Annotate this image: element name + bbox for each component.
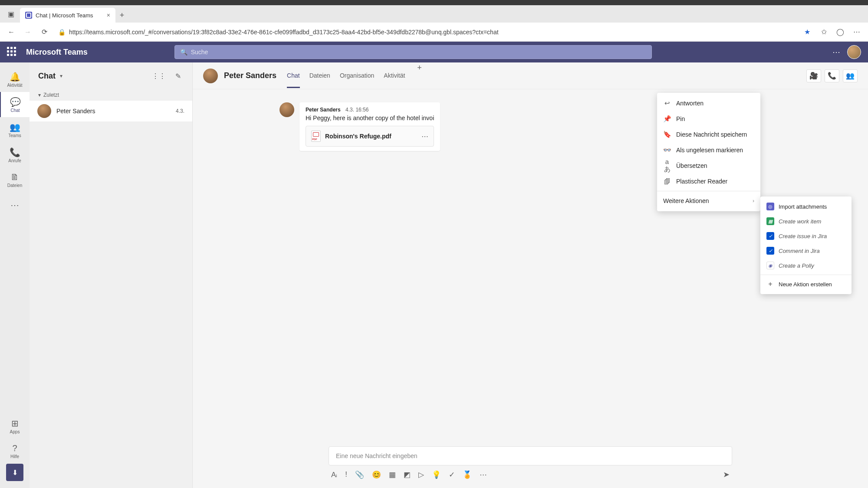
menu-translate[interactable]: aあÜbersetzen xyxy=(657,158,760,174)
rail-help[interactable]: ? Hilfe xyxy=(0,439,30,464)
add-tab-button[interactable]: + xyxy=(414,63,424,88)
filter-icon[interactable]: ⋮⋮ xyxy=(149,69,168,83)
favorite-star-icon[interactable]: ★ xyxy=(800,25,814,39)
rail-chat[interactable]: 💬 Chat xyxy=(0,92,30,117)
download-button[interactable]: ⬇ xyxy=(6,464,23,481)
rail-label: Dateien xyxy=(7,183,22,188)
app-rail: 🔔 Aktivität 💬 Chat 👥 Teams 📞 Anrufe 🗎 Da… xyxy=(0,62,30,488)
search-placeholder: Suche xyxy=(191,49,208,56)
submenu-create-polly[interactable]: ◉Create a Polly xyxy=(760,258,852,273)
browser-tab-strip: ▣ Chat | Microsoft Teams × + xyxy=(0,5,868,23)
menu-label: Neue Aktion erstellen xyxy=(779,281,832,288)
menu-reader[interactable]: 🗐Plastischer Reader xyxy=(657,174,760,189)
schedule-icon[interactable]: ▷ xyxy=(418,470,424,479)
conversation-pane: Peter Sanders Chat Dateien Organisation … xyxy=(193,62,868,488)
new-chat-icon[interactable]: ✎ xyxy=(173,69,184,83)
add-people-button[interactable]: 👥 xyxy=(843,69,858,82)
new-tab-button[interactable]: + xyxy=(115,9,128,22)
menu-reply[interactable]: ↩Antworten xyxy=(657,95,760,111)
chevron-down-icon: ▾ xyxy=(38,92,41,98)
reload-button[interactable]: ⟳ xyxy=(37,25,51,39)
phone-icon: 📞 xyxy=(10,147,20,157)
submenu-create-jira-issue[interactable]: ✓Create issue in Jira xyxy=(760,229,852,243)
teams-favicon-icon xyxy=(25,12,32,19)
avatar xyxy=(37,104,51,118)
tab-organisation[interactable]: Organisation xyxy=(340,63,374,88)
tab-files[interactable]: Dateien xyxy=(309,63,330,88)
rail-files[interactable]: 🗎 Dateien xyxy=(0,167,30,193)
compose-area: Eine neue Nachricht eingeben Aᵢ ! 📎 😊 ▦ … xyxy=(193,446,868,488)
format-icon[interactable]: Aᵢ xyxy=(331,470,337,479)
user-avatar[interactable] xyxy=(847,45,861,59)
plus-icon: + xyxy=(766,280,774,288)
menu-label: Import attachments xyxy=(779,203,827,210)
menu-label: Plastischer Reader xyxy=(676,178,727,185)
settings-menu-icon[interactable]: ⋯ xyxy=(832,47,840,57)
teams-icon: 👥 xyxy=(10,122,20,132)
message-bubble[interactable]: Peter Sanders 4.3. 16:56 Hi Peggy, here … xyxy=(299,102,440,151)
audio-call-button[interactable]: 📞 xyxy=(825,69,839,82)
tab-chat[interactable]: Chat xyxy=(287,63,300,88)
attachment-card[interactable]: Robinson's Refuge.pdf ⋯ xyxy=(306,126,434,147)
search-input[interactable]: 🔍 Suche xyxy=(174,45,652,59)
attach-icon[interactable]: 📎 xyxy=(355,470,364,479)
help-icon: ? xyxy=(12,443,17,453)
menu-more-actions[interactable]: Weitere Aktionen › xyxy=(657,193,760,209)
menu-label: Create work item xyxy=(779,218,821,225)
back-button[interactable]: ← xyxy=(4,25,18,39)
reply-icon: ↩ xyxy=(663,99,671,107)
priority-icon[interactable]: ! xyxy=(345,470,347,479)
submenu-import-attachments[interactable]: ◎Import attachments xyxy=(760,199,852,214)
favorites-icon[interactable]: ✩ xyxy=(817,25,831,39)
chat-section-header[interactable]: ▾ Zuletzt xyxy=(30,89,192,101)
bell-icon: 🔔 xyxy=(10,72,20,82)
tab-activity[interactable]: Aktivität xyxy=(384,63,405,88)
conversation-title: Peter Sanders xyxy=(224,71,276,80)
menu-unread[interactable]: 👓Als ungelesen markieren xyxy=(657,142,760,158)
stream-icon[interactable]: 💡 xyxy=(432,470,441,479)
approve-icon[interactable]: ✓ xyxy=(449,470,455,479)
emoji-icon[interactable]: 😊 xyxy=(372,470,381,479)
video-call-button[interactable]: 🎥 xyxy=(806,69,821,82)
close-tab-icon[interactable]: × xyxy=(107,12,110,19)
rail-more[interactable]: ⋯ xyxy=(0,193,30,218)
rail-label: Chat xyxy=(10,108,20,113)
menu-save[interactable]: 🔖Diese Nachricht speichern xyxy=(657,127,760,142)
chat-list-item[interactable]: Peter Sanders 4.3. xyxy=(30,101,192,121)
rail-calls[interactable]: 📞 Anrufe xyxy=(0,142,30,167)
rail-activity[interactable]: 🔔 Aktivität xyxy=(0,67,30,92)
attachment-more-icon[interactable]: ⋯ xyxy=(421,132,428,141)
submenu-create-work-item[interactable]: ▦Create work item xyxy=(760,214,852,229)
forward-button[interactable]: → xyxy=(21,25,35,39)
submenu-comment-jira[interactable]: ✓Comment in Jira xyxy=(760,243,852,258)
gif-icon[interactable]: ▦ xyxy=(389,470,396,479)
chat-item-name: Peter Sanders xyxy=(56,108,95,115)
profile-icon[interactable]: ◯ xyxy=(833,25,847,39)
message-context-menu: ↩Antworten 📌Pin 🔖Diese Nachricht speiche… xyxy=(657,93,760,211)
chevron-down-icon[interactable]: ▾ xyxy=(60,73,62,79)
menu-label: Antworten xyxy=(676,100,704,107)
tab-actions-icon[interactable]: ▣ xyxy=(4,7,17,20)
menu-pin[interactable]: 📌Pin xyxy=(657,111,760,127)
rail-teams[interactable]: 👥 Teams xyxy=(0,117,30,142)
praise-icon[interactable]: 🏅 xyxy=(463,470,472,479)
browser-tab[interactable]: Chat | Microsoft Teams × xyxy=(20,8,115,23)
rail-apps[interactable]: ⊞ Apps xyxy=(0,413,30,439)
compose-input[interactable]: Eine neue Nachricht eingeben xyxy=(329,446,732,465)
compose-more-icon[interactable]: ⋯ xyxy=(480,470,487,479)
browser-menu-icon[interactable]: ⋯ xyxy=(850,25,864,39)
chat-item-date: 4.3. xyxy=(176,108,184,114)
pdf-icon xyxy=(311,131,321,142)
app-launcher-icon[interactable] xyxy=(7,47,17,57)
sticker-icon[interactable]: ◩ xyxy=(404,470,411,479)
send-button[interactable]: ➤ xyxy=(723,470,730,479)
jira-icon: ✓ xyxy=(766,232,774,240)
submenu-new-action[interactable]: +Neue Aktion erstellen xyxy=(760,277,852,291)
menu-divider xyxy=(657,191,760,191)
jira-icon: ✓ xyxy=(766,247,774,255)
bookmark-icon: 🔖 xyxy=(663,131,671,138)
menu-label: Diese Nachricht speichern xyxy=(676,131,747,138)
rail-label: Apps xyxy=(10,429,20,434)
menu-label: Pin xyxy=(676,115,685,122)
address-bar[interactable]: 🔒 https://teams.microsoft.com/_#/convers… xyxy=(54,25,798,39)
